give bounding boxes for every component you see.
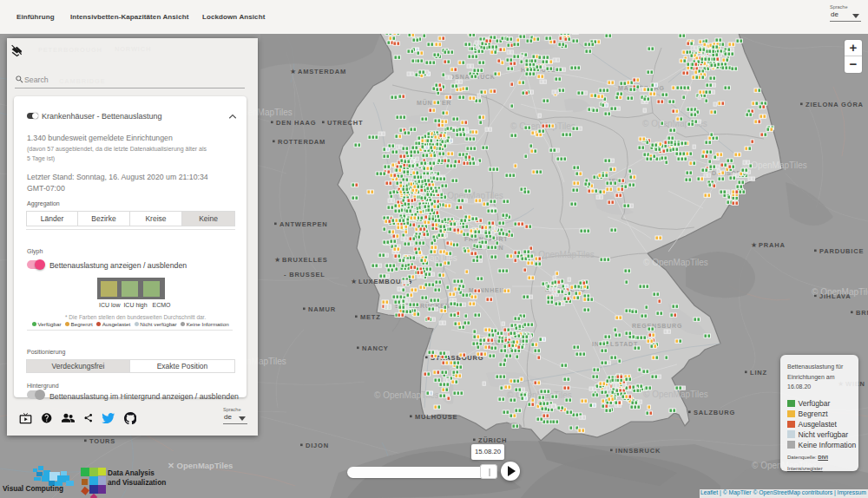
svg-text:AMSTERDAM: AMSTERDAM <box>298 68 346 75</box>
svg-text:REGENSBURG: REGENSBURG <box>632 323 682 329</box>
svg-text:★: ★ <box>751 241 757 249</box>
svg-text:★: ★ <box>351 278 357 285</box>
svg-text:LINZ: LINZ <box>750 369 767 377</box>
svg-text:and Visualization: and Visualization <box>108 479 166 487</box>
svg-text:MULHOUSE: MULHOUSE <box>415 413 457 421</box>
svg-text:BRN: BRN <box>856 309 868 317</box>
svg-text:PRAHA: PRAHA <box>759 241 786 249</box>
svg-text:PARDUBICE: PARDUBICE <box>819 247 864 255</box>
svg-text:METZ: METZ <box>360 313 381 321</box>
svg-text:BRUXELLES: BRUXELLES <box>282 256 328 264</box>
svg-text:SALZBURG: SALZBURG <box>694 409 735 416</box>
svg-text:© OpenMapTiles: © OpenMapTiles <box>643 390 708 399</box>
svg-text:INNSBRUCK: INNSBRUCK <box>615 447 661 455</box>
svg-text:- BRUSSEL: - BRUSSEL <box>284 271 326 278</box>
svg-text:DEN HAAG: DEN HAAG <box>276 119 316 127</box>
svg-text:ANTWERPEN: ANTWERPEN <box>279 220 328 228</box>
svg-text:ROTTERDAM: ROTTERDAM <box>278 138 326 146</box>
svg-text:DIJON: DIJON <box>306 442 329 449</box>
svg-text:ZIELONA GÓRA: ZIELONA GÓRA <box>806 101 864 108</box>
svg-text:ZÜRICH: ZÜRICH <box>478 436 507 444</box>
svg-text:NANCY: NANCY <box>362 344 389 352</box>
svg-text:© OpenMapTiles: © OpenMapTiles <box>812 287 868 297</box>
svg-text:TOURS: TOURS <box>89 437 115 445</box>
svg-text:★: ★ <box>290 68 296 75</box>
svg-text:UTRECHT: UTRECHT <box>327 119 363 127</box>
svg-text:© OpenMapTiles: © OpenMapTiles <box>643 258 708 267</box>
svg-text:Data Analysis: Data Analysis <box>108 469 155 477</box>
svg-text:NAMUR: NAMUR <box>308 305 336 313</box>
svg-text:Visual Computing: Visual Computing <box>3 485 63 493</box>
svg-text:★: ★ <box>274 256 280 264</box>
